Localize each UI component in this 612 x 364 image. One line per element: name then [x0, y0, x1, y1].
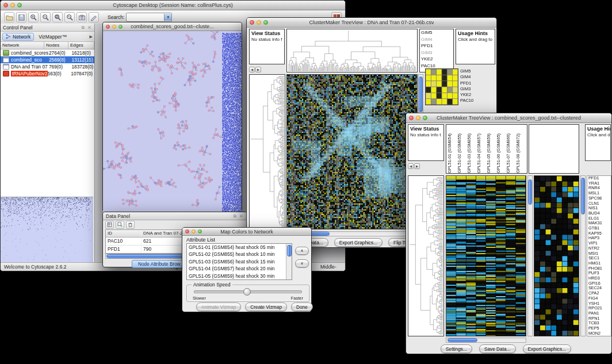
tab-vizmapper[interactable]: VizMapper™	[36, 33, 69, 41]
map-dialog-button[interactable]: Create Vizmap	[245, 302, 287, 311]
network-view-canvas[interactable]	[103, 31, 242, 212]
save-session-icon[interactable]	[16, 12, 26, 22]
network-row[interactable]: tRNAPuberNov2563(0)107847(0)	[1, 70, 94, 77]
select-attributes-icon[interactable]	[105, 221, 114, 229]
scrollbar-thumb[interactable]	[419, 76, 423, 112]
zoom-out-icon[interactable]	[40, 12, 51, 22]
speed-slider-thumb[interactable]	[243, 288, 251, 296]
attribute-item[interactable]: GPL51-04 (GSM857) heat shock 20 min	[187, 265, 286, 272]
scrollbar-thumb[interactable]	[581, 178, 585, 214]
snapshot-icon[interactable]	[76, 12, 87, 22]
network-overview-thumbnail[interactable]	[1, 197, 93, 263]
gene-label[interactable]: MON2	[587, 331, 611, 336]
annotation-icon[interactable]	[89, 12, 99, 22]
zoom-window-button[interactable]	[198, 229, 202, 233]
zoom-window-button[interactable]	[263, 20, 268, 25]
chevron-down-icon[interactable]: ▾	[164, 14, 171, 21]
minimize-button[interactable]	[257, 20, 261, 25]
column-header-id[interactable]: ID	[106, 230, 141, 237]
treeview2-title-bar[interactable]: ClusterMaker TreeView : combined_scores_…	[406, 113, 611, 123]
scrollbar-thumb[interactable]	[287, 245, 292, 256]
gene-label[interactable]: GIM5	[420, 29, 453, 36]
tv1-button[interactable]: Export Graphics...	[334, 238, 382, 247]
gene-list-vscrollbar[interactable]	[580, 175, 586, 336]
main-title-bar[interactable]: Cytoscape Desktop (Session Name: collins…	[1, 1, 345, 10]
minimize-button[interactable]	[10, 3, 15, 7]
row-dendrogram-canvas[interactable]	[249, 74, 285, 229]
minimize-button[interactable]	[416, 116, 420, 120]
gene-label[interactable]: YKE2	[420, 56, 453, 63]
array-column-label[interactable]: GPL51-05 (GSM859)	[486, 127, 496, 173]
array-column-label[interactable]: GPL51-01 (GSM854)	[447, 127, 457, 173]
gene-label[interactable]: GIM4	[420, 36, 453, 43]
pane-left-arrow[interactable]: ◀	[249, 67, 255, 72]
network-row[interactable]: combined_scores2764(0)16218(0)	[1, 49, 94, 56]
minimize-button[interactable]	[192, 229, 196, 233]
zoom-window-button[interactable]	[423, 116, 427, 120]
panel-dock-icons[interactable]: ⧉ ✕	[234, 214, 244, 219]
gene-label[interactable]: PFD1	[420, 43, 453, 49]
close-button[interactable]	[409, 116, 414, 120]
network-row[interactable]: combined_sco2569(8)13112(15)	[1, 56, 94, 63]
attribute-item[interactable]: GPL51-06 (GSM865) heat shock 40 min	[187, 279, 286, 280]
open-session-icon[interactable]	[4, 12, 14, 22]
network-view-title-bar[interactable]: combined_scores_good.txt--cluste...	[103, 22, 242, 31]
array-column-label[interactable]: GPL51-06 (GSM865)	[496, 127, 506, 173]
attribute-item[interactable]: GPL51-05 (GSM859) heat shock 30 min	[187, 273, 286, 279]
scrollbar-thumb[interactable]	[447, 338, 477, 342]
close-button[interactable]	[106, 25, 110, 29]
column-header-network[interactable]: Network	[1, 42, 44, 49]
search-input[interactable]: ▾	[126, 13, 172, 22]
zoom-fit-icon[interactable]	[52, 12, 63, 22]
pane-right-arrow[interactable]: ▶	[255, 67, 261, 72]
tab-overflow-arrow[interactable]: ▶	[90, 35, 93, 39]
close-button[interactable]	[185, 229, 189, 233]
column-header-nodes[interactable]: Nodes	[44, 42, 68, 49]
correlation-matrix-canvas[interactable]	[425, 68, 458, 105]
tv2-button[interactable]: Save Data...	[479, 344, 516, 353]
network-nodes-count: 2764(0)	[49, 50, 72, 56]
column-header-edges[interactable]: Edges	[68, 42, 94, 49]
move-down-button[interactable]: ∨	[295, 259, 309, 267]
array-column-label[interactable]: GPL51-07 (GSM866)	[506, 127, 515, 173]
create-attribute-icon[interactable]	[116, 221, 124, 229]
array-column-label[interactable]: GPL51-03 (GSM856)	[466, 127, 476, 173]
tab-network[interactable]: Network	[2, 33, 34, 41]
array-column-label[interactable]: GPL51-04 (GSM857)	[476, 127, 486, 173]
map-col-title-bar[interactable]: Map Colors to Network	[182, 228, 311, 236]
array-column-label[interactable]: GPL51-08 (GSM872)	[515, 127, 525, 173]
pane-left-arrow[interactable]: ◀	[408, 163, 414, 169]
close-button[interactable]	[250, 20, 254, 25]
data-panel-title-bar[interactable]: Data Panel ⧉ ✕	[103, 212, 247, 220]
zoom-window-button[interactable]	[17, 3, 22, 7]
pane-right-arrow[interactable]: ▶	[414, 163, 420, 169]
panel-dock-icons[interactable]: ⧉ ✕	[82, 25, 92, 30]
attribute-item[interactable]: GPL51-01 (GSM854) heat shock 05 min	[187, 244, 286, 251]
tv2-button[interactable]: Settings...	[441, 344, 472, 353]
column-dendrogram-canvas[interactable]	[286, 29, 418, 72]
treeview1-title-bar[interactable]: ClusterMaker TreeView : DNA and Tran 07-…	[247, 18, 496, 28]
window-controls	[3, 3, 22, 7]
close-button[interactable]	[3, 3, 8, 7]
move-up-button[interactable]: ∧	[295, 247, 309, 255]
zoom-window-button[interactable]	[118, 25, 123, 29]
zoom-in-icon[interactable]	[28, 12, 39, 22]
minimize-button[interactable]	[112, 25, 116, 29]
attribute-list-scrollbar[interactable]	[286, 244, 292, 279]
network-row[interactable]: DNA and Tran 07769(0)183728(0)	[1, 63, 94, 70]
heatmap-canvas[interactable]	[446, 175, 526, 336]
zoom-heatmap-canvas[interactable]	[534, 175, 579, 336]
attribute-item[interactable]: GPL51-03 (GSM856) heat shock 15 min	[187, 258, 286, 265]
heatmap-canvas[interactable]	[286, 74, 418, 229]
scrollbar-thumb[interactable]	[528, 179, 532, 205]
attribute-item[interactable]: GPL51-02 (GSM855) heat shock 10 min	[187, 251, 286, 258]
row-dendrogram-canvas[interactable]	[408, 175, 444, 336]
heatmap-hscrollbar[interactable]	[446, 338, 526, 343]
heatmap-vscrollbar[interactable]	[527, 175, 533, 336]
array-column-label[interactable]: GPL51-02 (GSM855)	[457, 127, 466, 173]
gene-label[interactable]: GIM3	[420, 49, 453, 56]
delete-attribute-icon[interactable]	[126, 221, 135, 229]
tv2-button[interactable]: Export Graphics...	[523, 344, 571, 353]
zoom-selected-icon[interactable]	[64, 12, 75, 22]
map-dialog-button[interactable]: Done	[291, 302, 313, 311]
